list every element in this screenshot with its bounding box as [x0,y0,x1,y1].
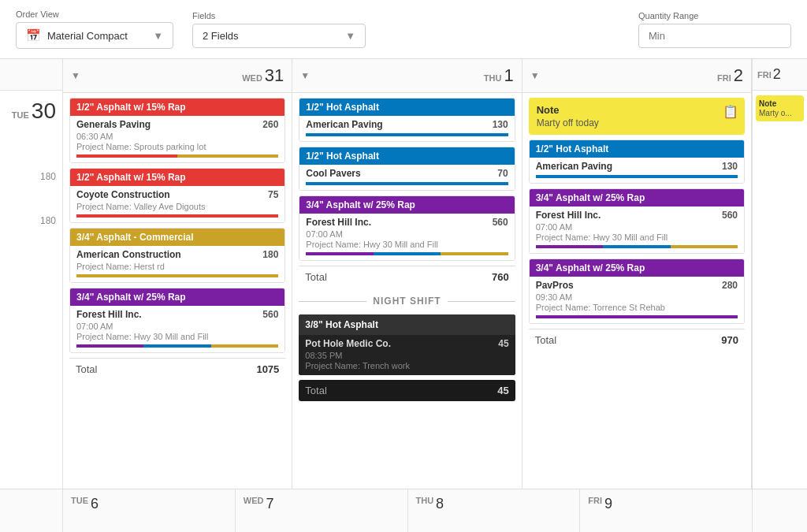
thu-body: 1/2" Hot Asphalt American Paving 130 1/2… [292,93,521,489]
card-fri-2-project: Project Name: Hwy 30 Mill and Fill [536,233,738,242]
card-thu-1-company: American Paving [306,119,382,130]
partial-dow: FRI [757,70,772,80]
card-wed-3-company: American Construction [76,249,181,260]
card-wed-4-qty: 560 [262,309,278,320]
card-fri-1-qty: 130 [722,161,738,172]
card-fri-1-body: American Paving 130 [530,158,744,183]
card-wed-2-qty: 75 [268,189,278,200]
card-wed-1-company: Generals Paving [76,119,151,130]
card-wed-1-qty: 260 [262,119,278,130]
card-thu-night-1-time: 08:35 PM [305,351,508,360]
bottom-row: TUE 6 WED 7 THU 8 FRI 9 [0,489,807,532]
card-fri-1-bars [536,175,738,178]
thu-collapse-arrow[interactable]: ▼ [300,70,310,81]
bottom-wed: WED 7 [236,489,408,532]
wed-column: ▼ WED 31 1/2" Asphalt w/ 15% Rap General… [63,59,292,489]
card-fri-1: 1/2" Hot Asphalt American Paving 130 [529,140,745,184]
side-qty-1: 180 [40,171,56,182]
bottom-tue-dom: 6 [91,496,99,512]
partial-body: Note Marty o... [753,91,807,126]
fields-dropdown[interactable]: 2 Fields ▼ [192,24,366,48]
card-wed-2: 1/2" Asphalt w/ 15% Rap Coyote Construct… [69,168,285,223]
thu-night-total-value: 45 [497,385,508,396]
fri-collapse-arrow[interactable]: ▼ [530,70,540,81]
card-wed-1-bars [76,154,278,158]
bottom-wed-dow: WED [244,496,264,505]
card-thu-3-time: 07:00 AM [306,229,508,239]
card-wed-3: 3/4" Asphalt - Commercial American Const… [69,228,285,283]
card-wed-1-body: Generals Paving 260 06:30 AM Project Nam… [70,116,284,162]
card-wed-4-company: Forest Hill Inc. [76,309,142,320]
quantity-min-input[interactable] [638,24,791,48]
order-view-dropdown[interactable]: 📅 Material Compact ▼ [16,22,173,49]
thu-total-label: Total [305,271,326,283]
card-thu-1-body: American Paving 130 [299,116,514,141]
thu-total-row: Total 760 [299,266,515,288]
card-thu-night-1-qty: 45 [498,338,508,349]
card-thu-2-body: Cool Pavers 70 [299,165,514,190]
thu-dom: 1 [504,65,513,86]
card-thu-night-1-project: Project Name: Trench work [305,361,508,370]
partial-dom: 2 [773,66,781,83]
card-thu-3-material: 3/4" Asphalt w/ 25% Rap [299,196,514,214]
card-fri-1-material: 1/2" Hot Asphalt [530,140,744,158]
bottom-tue: TUE 6 [63,489,236,532]
thu-dow: THU [484,73,502,83]
card-wed-4: 3/4" Asphalt w/ 25% Rap Forest Hill Inc.… [69,288,285,353]
wed-body: 1/2" Asphalt w/ 15% Rap Generals Paving … [63,93,292,489]
card-thu-3-company: Forest Hill Inc. [306,217,371,228]
card-wed-1-time: 06:30 AM [76,132,278,141]
card-thu-2: 1/2" Hot Asphalt Cool Pavers 70 [299,147,515,191]
card-fri-3-company: PavPros [536,280,574,291]
partial-right-col: FRI 2 Note Marty o... [752,59,807,489]
card-wed-1: 1/2" Asphalt w/ 15% Rap Generals Paving … [69,98,285,163]
fri-note-body: Marty off today [537,117,737,128]
card-wed-2-project: Project Name: Valley Ave Digouts [76,202,278,211]
card-thu-1: 1/2" Hot Asphalt American Paving 130 [299,98,515,142]
card-thu-3-project: Project Name: Hwy 30 Mill and Fill [306,240,508,249]
fields-value: 2 Fields [203,30,239,42]
card-wed-4-time: 07:00 AM [76,322,278,331]
card-wed-2-body: Coyote Construction 75 Project Name: Val… [70,186,284,222]
fri-total-label: Total [535,334,556,346]
bottom-thu-dom: 8 [436,496,444,512]
chevron-down-icon: ▼ [153,30,163,42]
card-thu-1-qty: 130 [493,119,508,130]
card-wed-3-project: Project Name: Herst rd [76,262,278,271]
card-wed-3-body: American Construction 180 Project Name: … [70,246,284,282]
wed-header: ▼ WED 31 [63,59,292,93]
card-fri-3-body: PavPros 280 09:30 AM Project Name: Torre… [530,277,744,323]
card-fri-3: 3/4" Asphalt w/ 25% Rap PavPros 280 09:3… [529,259,745,324]
card-wed-2-company: Coyote Construction [76,189,170,200]
wed-dom: 31 [265,65,284,86]
wed-total-value: 1075 [256,363,279,375]
tue-dow: TUE [12,110,29,120]
card-thu-3-bars [306,252,508,255]
card-wed-4-body: Forest Hill Inc. 560 07:00 AM Project Na… [70,306,284,352]
card-thu-1-material: 1/2" Hot Asphalt [299,99,514,116]
bottom-wed-dom: 7 [266,496,273,512]
quantity-section: Quantity Range [638,11,791,48]
bottom-thu-dow: THU [416,496,434,505]
quantity-label: Quantity Range [638,11,791,20]
bottom-thu: THU 8 [408,489,581,532]
fri-total-row: Total 970 [529,329,745,351]
card-fri-2: 3/4" Asphalt w/ 25% Rap Forest Hill Inc.… [529,188,745,254]
wed-collapse-arrow[interactable]: ▼ [71,70,80,81]
card-wed-3-bars [76,274,278,277]
card-fri-1-company: American Paving [536,161,612,172]
fri-note-card[interactable]: Note Marty off today 📋 [529,98,745,135]
card-fri-2-body: Forest Hill Inc. 560 07:00 AM Project Na… [530,206,744,253]
card-fri-2-material: 3/4" Asphalt w/ 25% Rap [530,189,744,206]
top-toolbar: Order View 📅 Material Compact ▼ Fields 2… [0,0,807,59]
card-thu-1-bars [306,133,508,136]
order-view-value: Material Compact [47,30,128,42]
day-label-col: TUE 30 180 180 [0,59,63,489]
card-thu-2-company: Cool Pavers [306,168,360,179]
card-wed-4-material: 3/4" Asphalt w/ 25% Rap [70,288,284,306]
side-qty-2: 180 [40,215,56,226]
note-icon: 📋 [723,104,738,119]
card-wed-4-bars [76,344,278,348]
card-thu-3-body: Forest Hill Inc. 560 07:00 AM Project Na… [299,214,514,260]
card-fri-3-bars [536,315,738,318]
